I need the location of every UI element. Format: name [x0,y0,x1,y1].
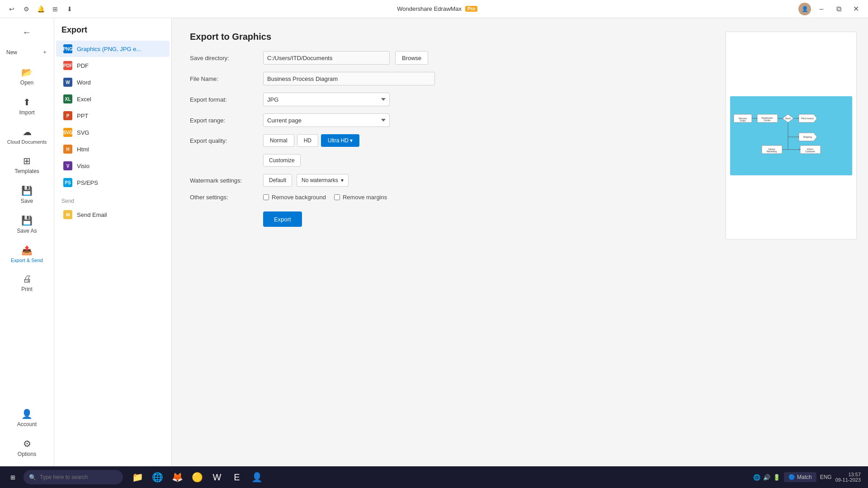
titlebar-left: ↩ ⚙ 🔔 ⊞ ⬇ [5,3,76,15]
export-button-row: Export [190,208,696,227]
excel-label: Excel [77,96,91,103]
export-button[interactable]: Export [263,211,302,227]
word-label: Word [77,79,91,86]
taskbar-clock: 13:57 09-11-2023 [835,472,861,483]
watermark-group: Default No watermarks ▾ [263,174,349,187]
nav-item-options[interactable]: ⚙ Options [3,434,51,462]
customize-button[interactable]: Customize [263,154,301,167]
checkbox-group: Remove background Remove margins [263,194,387,201]
nav-new-icon: ＋ [42,48,47,56]
remove-background-checkbox[interactable] [263,194,269,200]
visio-file-icon: V [63,161,72,170]
main-content: Export to Graphics Save directory: Brows… [172,18,714,466]
export-item-ps[interactable]: PS PS/EPS [56,174,170,191]
export-format-row: Export format: JPG PNG BMP TIFF SVG [190,93,696,106]
toolbar-icons: ↩ ⚙ 🔔 ⊞ ⬇ [5,3,76,15]
nav-item-import[interactable]: ⬆ Import [3,92,51,120]
export-quality-row: Export quality: Normal HD Ultra HD ▾ [190,134,696,147]
taskbar-language[interactable]: ENG [820,474,832,480]
save-directory-row: Save directory: Browse [190,51,696,65]
user-avatar[interactable]: 👤 [798,3,811,15]
export-item-pdf[interactable]: PDF PDF [56,57,170,74]
import-icon: ⬆ [23,97,31,108]
nav-item-account[interactable]: 👤 Account [3,404,51,432]
watermark-label: Watermark settings: [190,177,258,184]
toolbar-undo-btn[interactable]: ↩ [5,3,18,15]
taskbar-app-browser[interactable]: 🌐 [148,468,166,486]
diagram-svg: Receive Order Distribution Centre Stock [730,96,852,175]
toolbar-grid-btn[interactable]: ⊞ [49,3,61,15]
network-icon: 🌐 [753,474,760,481]
toolbar-download-btn[interactable]: ⬇ [63,3,76,15]
export-item-html[interactable]: H Html [56,141,170,157]
nav-item-save[interactable]: 💾 Save [3,181,51,209]
taskbar-search-input[interactable] [40,474,112,480]
nav-export-label: Export & Send [11,258,43,263]
nav-cloud-label: Cloud Documents [7,139,47,145]
quality-group: Normal HD Ultra HD ▾ [263,134,359,147]
save-directory-input[interactable] [263,51,390,65]
excel-file-icon: XL [63,94,72,103]
remove-margins-checkbox[interactable] [334,194,340,200]
taskbar-app-explorer[interactable]: 📁 [128,468,146,486]
export-item-email[interactable]: ✉ Send Email [56,206,170,223]
remove-background-label: Remove background [272,194,326,201]
svg-label: SVG [77,129,89,136]
restore-button[interactable]: ⧉ [832,3,845,15]
nav-item-export[interactable]: 📤 Export & Send [3,240,51,267]
taskbar-app-user[interactable]: 👤 [248,468,266,486]
titlebar-center: Wondershare EdrawMax Pro [397,5,477,12]
export-item-ppt[interactable]: P PPT [56,108,170,124]
nav-item-templates[interactable]: ⊞ Templates [3,151,51,179]
export-item-excel[interactable]: XL Excel [56,91,170,107]
nav-item-new[interactable]: New ＋ [3,44,51,61]
main-layout: ← New ＋ 📂 Open ⬆ Import ☁ Cloud Document… [0,18,868,466]
taskbar-start-button[interactable]: ⊞ [4,468,22,486]
cloud-icon: ☁ [23,127,32,137]
export-range-select[interactable]: Current page All pages Selected objects [263,113,390,127]
nav-import-label: Import [19,109,34,116]
minimize-button[interactable]: – [815,3,828,15]
toolbar-notification-btn[interactable]: 🔔 [34,3,47,15]
close-button[interactable]: ✕ [849,3,863,15]
watermark-default: Default [263,174,292,187]
taskbar-app-edraw[interactable]: E [228,468,246,486]
svg-text:Customer: Customer [805,150,815,153]
svg-text:Stock: Stock [785,117,791,120]
nav-item-open[interactable]: 📂 Open [3,62,51,90]
nav-item-cloud[interactable]: ☁ Cloud Documents [3,122,51,149]
nav-back[interactable]: ← [3,23,51,42]
browse-button[interactable]: Browse [395,51,428,65]
taskbar-app-firefox[interactable]: 🦊 [168,468,186,486]
quality-ultrahd-btn[interactable]: Ultra HD ▾ [321,134,359,147]
quality-normal-btn[interactable]: Normal [263,134,294,147]
export-form-title: Export to Graphics [190,32,696,42]
svg-text:Order: Order [740,119,746,122]
pro-badge: Pro [465,6,477,12]
html-file-icon: H [63,145,72,154]
export-item-graphics[interactable]: PNG Graphics (PNG, JPG e... [56,41,170,57]
open-icon: 📂 [21,67,33,78]
svg-text:Shipping: Shipping [803,136,812,138]
export-item-visio[interactable]: V Visio [56,158,170,174]
file-name-input[interactable] [263,72,435,85]
search-icon: 🔍 [29,474,36,481]
nav-item-saveas[interactable]: 💾 Save As [3,211,51,239]
taskbar-app-yellow[interactable]: 🟡 [188,468,206,486]
taskbar-search[interactable]: 🔍 [24,470,123,484]
export-sidebar-title: Export [54,25,171,40]
send-section-label: Send [54,194,171,206]
watermark-select[interactable]: No watermarks ▾ [297,174,349,187]
toolbar-settings-btn[interactable]: ⚙ [20,3,33,15]
nav-item-print[interactable]: 🖨 Print [3,269,51,297]
export-item-svg[interactable]: SVG SVG [56,124,170,141]
export-format-select[interactable]: JPG PNG BMP TIFF SVG [263,93,390,106]
taskbar-app-word[interactable]: W [208,468,226,486]
nav-save-label: Save [21,198,33,204]
nav-open-label: Open [20,80,33,86]
quality-hd-btn[interactable]: HD [297,134,318,147]
app-title: Wondershare EdrawMax [397,5,462,12]
export-item-word[interactable]: W Word [56,74,170,90]
taskbar-match[interactable]: 🔵 Match [784,472,816,482]
visio-label: Visio [77,163,90,169]
